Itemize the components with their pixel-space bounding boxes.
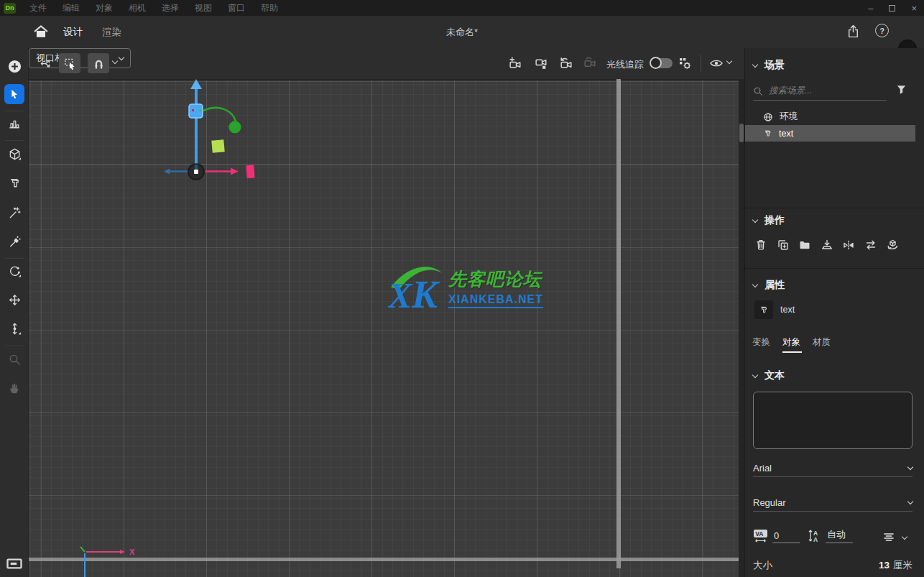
menu-select[interactable]: 选择 (154, 2, 187, 14)
menu-object[interactable]: 对象 (88, 2, 121, 14)
chevron-down-icon (752, 371, 758, 377)
move-cross-icon (8, 293, 22, 307)
tracking-field[interactable]: VA 0 (753, 529, 800, 543)
actions-section-header[interactable]: 操作 (753, 214, 785, 227)
menu-edit[interactable]: 编辑 (55, 2, 88, 14)
globe-icon (763, 112, 773, 122)
help-button[interactable]: ? (875, 24, 889, 37)
gizmo-scale-handle[interactable] (211, 139, 224, 152)
scene-objects-tool[interactable] (4, 114, 24, 134)
tab-material[interactable]: 材质 (813, 336, 831, 348)
canvas-scrollbar[interactable] (739, 79, 744, 577)
line-height-value[interactable]: 自动 (826, 528, 853, 543)
properties-section-header[interactable]: 属性 (753, 279, 785, 292)
marquee-select-button[interactable] (59, 53, 80, 73)
canvas-scrollbar-thumb[interactable] (739, 124, 744, 142)
ground-plane-toggle[interactable] (4, 553, 24, 573)
size-value-field[interactable]: 13厘米 (879, 559, 913, 572)
orbit-icon (8, 264, 22, 278)
svg-text:K: K (411, 273, 440, 313)
replace-button[interactable] (864, 237, 877, 253)
scene-filter-button[interactable] (895, 83, 907, 96)
magnet-snap-button[interactable] (88, 53, 109, 73)
sampler-tool[interactable] (4, 231, 24, 251)
pan-camera-tool[interactable] (4, 290, 24, 310)
view-options-button[interactable] (706, 53, 727, 73)
scene-section-header[interactable]: 场景 (753, 59, 785, 72)
text-3d-tool[interactable] (4, 172, 24, 193)
menu-view[interactable]: 视图 (187, 2, 220, 14)
hand-camera-tool[interactable] (4, 378, 24, 398)
group-button[interactable] (798, 237, 811, 253)
window-minimize-button[interactable]: – (868, 3, 873, 14)
trash-icon (754, 239, 767, 251)
text-content-input[interactable] (753, 392, 913, 449)
font-style-select[interactable]: Regular (753, 494, 913, 512)
text-section-header[interactable]: 文本 (753, 369, 785, 382)
window-close-button[interactable]: × (911, 3, 917, 14)
menu-file[interactable]: 文件 (22, 2, 55, 14)
chevron-down-icon (752, 216, 758, 222)
watermark-logo: X K (388, 262, 444, 313)
ray-tracing-toggle[interactable] (651, 58, 673, 68)
viewport-toolbar: 视口相机 光线追踪 (29, 48, 744, 79)
camera-disabled-button[interactable] (579, 53, 601, 73)
toggle-knob (650, 57, 662, 69)
eye-icon (709, 56, 724, 70)
tab-transform[interactable]: 变换 (752, 336, 770, 348)
axis-x-label: X (129, 548, 135, 556)
gizmo-x-arrow[interactable] (231, 168, 239, 175)
swap-arrows-icon (864, 239, 877, 251)
select-tool[interactable] (4, 84, 24, 104)
text-align-select[interactable] (882, 531, 907, 544)
selection-gizmo[interactable]: X (29, 79, 744, 577)
scene-item-text[interactable]: text (745, 125, 915, 142)
line-height-icon: A A (808, 528, 821, 543)
selected-object-chip (754, 300, 773, 319)
line-height-field[interactable]: A A 自动 (808, 528, 853, 543)
menu-help[interactable]: 帮助 (253, 2, 286, 14)
zoom-camera-tool[interactable] (4, 349, 24, 369)
font-family-select[interactable]: Arial (753, 460, 913, 477)
primitive-cube-tool[interactable] (4, 144, 24, 164)
add-camera-button[interactable] (504, 53, 526, 73)
window-maximize-button[interactable] (889, 5, 895, 11)
duplicate-button[interactable] (777, 237, 790, 253)
gizmo-x-handle[interactable] (246, 165, 254, 179)
revert-camera-button[interactable] (555, 53, 576, 73)
size-value: 13 (879, 560, 890, 571)
tab-object[interactable]: 对象 (782, 336, 800, 348)
camera-revert-icon (558, 56, 573, 71)
move-arrows-icon (39, 57, 52, 70)
share-button[interactable] (846, 24, 861, 39)
render-preview-settings-button[interactable] (674, 53, 696, 73)
section-divider (745, 208, 924, 208)
dimension-app: Dn 文件 编辑 对象 相机 选择 视图 窗口 帮助 – × 设计 渲染 未命名… (0, 0, 924, 577)
tracking-value[interactable]: 0 (772, 530, 800, 543)
svg-text:VA: VA (755, 530, 763, 537)
section-divider (745, 268, 924, 269)
filter-funnel-icon (895, 83, 907, 96)
delete-button[interactable] (754, 237, 767, 253)
rotate-3d-button[interactable] (886, 237, 899, 253)
menu-window[interactable]: 窗口 (220, 2, 253, 14)
mirror-button[interactable] (842, 237, 855, 253)
gizmo-rotate-handle[interactable] (229, 121, 241, 134)
drop-to-ground-button[interactable] (821, 237, 833, 253)
folder-icon (798, 239, 811, 251)
menu-camera[interactable]: 相机 (121, 2, 154, 14)
dolly-camera-tool[interactable] (4, 318, 24, 338)
scene-item-environment[interactable]: 环境 (745, 109, 915, 125)
orbit-camera-tool[interactable] (4, 261, 24, 281)
scene-search-input[interactable]: 搜索场景... (753, 82, 887, 101)
size-unit: 厘米 (893, 560, 913, 571)
scene-section-title: 场景 (764, 59, 785, 72)
bookmark-camera-button[interactable] (530, 53, 552, 73)
magic-wand-tool[interactable] (4, 203, 24, 223)
properties-section-title: 属性 (764, 279, 785, 292)
view-options-chevron-icon[interactable] (726, 58, 732, 64)
app-logo: Dn (4, 3, 16, 14)
gizmo-y-arrow[interactable] (190, 79, 202, 89)
move-tool-button[interactable] (34, 53, 56, 73)
add-content-button[interactable] (4, 56, 24, 76)
